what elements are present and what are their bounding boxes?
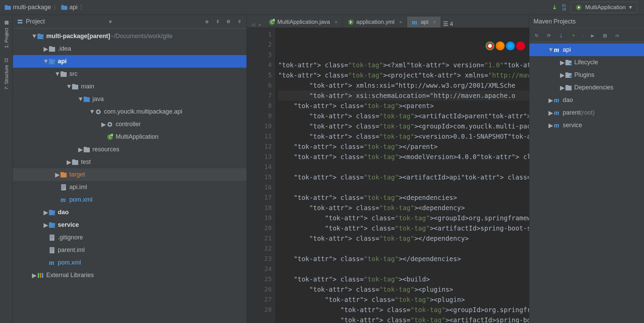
- code-line[interactable]: "tok-attr"> class="tok-tag"><artifactId>…: [278, 315, 529, 323]
- tree-item-api-iml[interactable]: api.iml: [13, 181, 247, 193]
- tree-item-pom-xml[interactable]: mpom.xml: [13, 256, 247, 269]
- tree-item-service[interactable]: ▶service: [13, 219, 247, 231]
- expand-arrow-icon[interactable]: ▶: [548, 122, 554, 129]
- tree-item-multi-package[interactable]: ▼multi-package [parent] ~/Documents/work…: [13, 30, 247, 42]
- expand-arrow-icon[interactable]: ▼: [31, 33, 37, 40]
- close-icon[interactable]: ×: [433, 19, 436, 25]
- tree-item-api[interactable]: ▼api: [13, 55, 247, 68]
- code-line[interactable]: "tok-attr"> xmlns:xsi="http://www.w3.org…: [278, 80, 529, 90]
- tree-item-main[interactable]: ▼main: [13, 80, 247, 93]
- code-line[interactable]: [278, 162, 529, 172]
- close-icon[interactable]: ×: [399, 19, 402, 25]
- code-line[interactable]: "tok-attr"> class="tok-tag"><groupId>org…: [278, 213, 529, 223]
- code-line[interactable]: "tok-attr"> class="tok-tag"><plugin>: [278, 294, 529, 305]
- tab-application-yml[interactable]: application.yml×: [343, 17, 407, 28]
- code-line[interactable]: "tok-attr"> class="tok-tag"><plugins>: [278, 284, 529, 294]
- expand-arrow-icon[interactable]: ▶: [54, 171, 61, 178]
- tool-window-structure[interactable]: 7: Structure ☷: [2, 54, 11, 93]
- expand-arrow-icon[interactable]: ▶: [548, 109, 554, 117]
- maven-tree[interactable]: ▼mapi▶Lifecycle▶Plugins▶Dependencies▶mda…: [529, 42, 644, 323]
- code-line[interactable]: "tok-attr"> class="tok-tag"><?xml"tok-at…: [278, 60, 529, 70]
- expand-arrow-icon[interactable]: ▶: [559, 84, 565, 91]
- expand-arrow-icon[interactable]: ▶: [559, 71, 565, 79]
- code-line[interactable]: "tok-attr"> class="tok-tag"><modelVersio…: [278, 152, 529, 162]
- breadcrumb[interactable]: multi-package 〉 api 〉: [0, 3, 552, 12]
- tree-item-pom-xml[interactable]: mpom.xml: [13, 193, 247, 206]
- close-icon[interactable]: ×: [335, 19, 338, 25]
- code-line[interactable]: "tok-attr"> class="tok-tag"></dependenci…: [278, 254, 529, 264]
- code-line[interactable]: "tok-attr"> class="tok-tag"><dependencie…: [278, 192, 529, 203]
- vcs-update-icon[interactable]: [552, 4, 558, 11]
- project-tree[interactable]: ▼multi-package [parent] ~/Documents/work…: [13, 29, 247, 323]
- tool-window-project[interactable]: 1: Project ▦: [2, 17, 11, 51]
- code-line[interactable]: "tok-attr"> class="tok-tag"><project"tok…: [278, 70, 529, 80]
- code-line[interactable]: "tok-attr"> class="tok-tag"><parent>: [278, 101, 529, 111]
- tree-item-target[interactable]: ▶target: [13, 168, 247, 181]
- nav-back-icon[interactable]: ◁: [250, 21, 256, 28]
- add-icon[interactable]: ＋: [570, 32, 576, 38]
- expand-arrow-icon[interactable]: ▼: [54, 70, 61, 78]
- tree-item-java[interactable]: ▼java: [13, 93, 247, 105]
- expand-arrow-icon[interactable]: ▶: [66, 158, 72, 166]
- code-line[interactable]: "tok-attr"> class="tok-tag"><version>0.0…: [278, 131, 529, 141]
- expand-arrow-icon[interactable]: ▶: [43, 221, 49, 229]
- code-line[interactable]: [278, 182, 529, 192]
- expand-arrow-icon[interactable]: ▶: [101, 121, 107, 128]
- code-line[interactable]: "tok-attr"> class="tok-tag"><groupId>com…: [278, 121, 529, 131]
- expand-arrow-icon[interactable]: ▼: [78, 96, 84, 103]
- tree-item-resources[interactable]: ▶resources: [13, 143, 247, 156]
- tree-item-controller[interactable]: ▶controller: [13, 118, 247, 131]
- tree-item--gitignore[interactable]: .gitignore: [13, 231, 247, 244]
- close-icon[interactable]: ×: [258, 22, 261, 28]
- tree-item-dao[interactable]: ▶dao: [13, 206, 247, 219]
- code-line[interactable]: "tok-attr"> class="tok-tag"><artifactId>…: [278, 111, 529, 121]
- code-line[interactable]: "tok-attr"> class="tok-tag"><dependency>: [278, 203, 529, 213]
- execute-goal-icon[interactable]: ▤: [602, 32, 608, 38]
- binary-icon[interactable]: 0110: [561, 4, 567, 11]
- tree-item-src[interactable]: ▼src: [13, 68, 247, 80]
- firefox-icon[interactable]: [496, 41, 505, 50]
- tree-item-parent-iml[interactable]: parent.iml: [13, 244, 247, 256]
- collapse-all-icon[interactable]: ⇕: [215, 19, 221, 25]
- tree-item-external-libraries[interactable]: ▶External Libraries: [13, 269, 247, 282]
- hide-icon[interactable]: ⥣: [236, 19, 242, 25]
- download-icon[interactable]: ⭳: [558, 32, 564, 38]
- chevron-down-icon[interactable]: ▾: [109, 18, 112, 26]
- expand-arrow-icon[interactable]: ▼: [89, 108, 95, 115]
- expand-arrow-icon[interactable]: ▼: [43, 58, 49, 65]
- tree-item--idea[interactable]: ▶.idea: [13, 42, 247, 55]
- refresh-icon[interactable]: ↻: [533, 32, 540, 38]
- gear-icon[interactable]: ⚙: [225, 19, 232, 25]
- code-line[interactable]: "tok-attr"> class="tok-tag"></dependency…: [278, 233, 529, 243]
- breadcrumb-item-api[interactable]: api: [61, 4, 78, 11]
- tab-multiapplication-java[interactable]: CMultiApplication.java×: [264, 17, 343, 28]
- opera-icon[interactable]: [516, 41, 525, 50]
- reimport-icon[interactable]: ⟳: [546, 32, 552, 38]
- code-line[interactable]: [278, 243, 529, 254]
- maven-m-icon[interactable]: m: [614, 32, 620, 38]
- code-line[interactable]: "tok-attr"> class="tok-tag"></parent>: [278, 141, 529, 152]
- expand-arrow-icon[interactable]: ▶: [43, 45, 49, 53]
- chrome-icon[interactable]: [486, 41, 494, 50]
- tree-item-parent[interactable]: ▶mparent (root): [529, 106, 644, 119]
- code-line[interactable]: "tok-attr"> xsi:schemaLocation="http://m…: [278, 90, 529, 101]
- breadcrumb-item-root[interactable]: multi-package: [5, 4, 51, 11]
- tree-item-plugins[interactable]: ▶Plugins: [529, 69, 644, 81]
- expand-arrow-icon[interactable]: ▼: [66, 83, 72, 90]
- expand-arrow-icon[interactable]: ▶: [78, 146, 84, 153]
- code-line[interactable]: "tok-attr"> class="tok-tag"><groupId>org…: [278, 305, 529, 315]
- tab-split-indicator[interactable]: ☰ 4: [443, 20, 453, 28]
- tree-item-api[interactable]: ▼mapi: [529, 44, 644, 56]
- tree-item-dao[interactable]: ▶mdao: [529, 94, 644, 106]
- run-configuration-selector[interactable]: MultiApplication ▾: [571, 2, 637, 13]
- tree-item-service[interactable]: ▶mservice: [529, 119, 644, 132]
- tab-api[interactable]: mapi×: [407, 17, 441, 28]
- expand-arrow-icon[interactable]: ▼: [548, 46, 554, 53]
- scroll-from-source-icon[interactable]: ⊕: [204, 19, 210, 25]
- tree-item-lifecycle[interactable]: ▶Lifecycle: [529, 56, 644, 69]
- tree-item-com-youclk-multipackage-api[interactable]: ▼com.youclk.multipackage.api: [13, 105, 247, 118]
- tree-item-dependencies[interactable]: ▶Dependencies: [529, 81, 644, 94]
- code-line[interactable]: "tok-attr"> class="tok-tag"><artifactId>…: [278, 223, 529, 233]
- run-icon[interactable]: ▶: [590, 32, 596, 38]
- tree-item-test[interactable]: ▶test: [13, 156, 247, 168]
